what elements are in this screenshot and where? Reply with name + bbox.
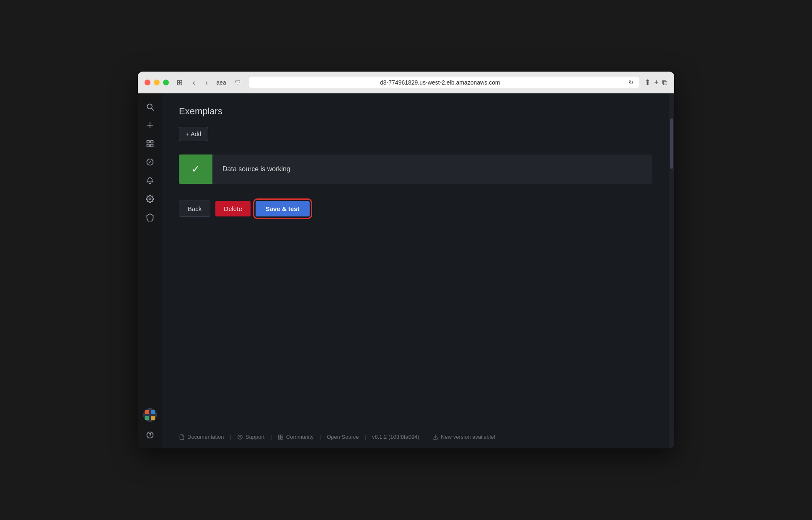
- separator-4: |: [365, 434, 366, 440]
- browser-actions: ⬆ + ⧉: [644, 78, 667, 87]
- svg-rect-5: [151, 141, 153, 143]
- address-bar[interactable]: d8-774961829.us-west-2.elb.amazonaws.com…: [249, 77, 639, 88]
- svg-rect-23: [281, 437, 283, 439]
- delete-button[interactable]: Delete: [215, 201, 250, 216]
- footer-community[interactable]: Community: [273, 434, 319, 440]
- grid-icon: [146, 139, 154, 148]
- scrollbar-track[interactable]: [669, 93, 674, 448]
- question-icon: [146, 431, 154, 439]
- new-version-label: New version available!: [441, 434, 495, 440]
- support-label: Support: [246, 434, 265, 440]
- svg-rect-22: [279, 437, 281, 439]
- status-message: Data source is working: [212, 165, 300, 173]
- svg-rect-15: [151, 416, 155, 420]
- svg-rect-14: [145, 416, 149, 420]
- share-icon[interactable]: ⬆: [644, 78, 651, 87]
- separator-1: |: [230, 434, 231, 440]
- search-icon: [146, 103, 154, 111]
- sidebar-toggle-button[interactable]: ⊞: [174, 77, 185, 88]
- site-icon: aea: [215, 77, 227, 88]
- community-icon: [278, 434, 284, 440]
- save-test-button[interactable]: Save & test: [256, 201, 310, 216]
- svg-marker-9: [149, 161, 151, 163]
- version-label: v8.1.2 (103f8fa094): [372, 434, 419, 440]
- scrollbar-thumb[interactable]: [670, 118, 673, 169]
- close-button[interactable]: [145, 80, 150, 85]
- footer-support[interactable]: Support: [232, 434, 270, 440]
- separator-3: |: [320, 434, 321, 440]
- back-button[interactable]: Back: [179, 201, 210, 217]
- sidebar-item-explore[interactable]: [142, 154, 158, 170]
- check-icon: ✓: [191, 163, 200, 175]
- footer-open-source[interactable]: Open Source: [322, 434, 364, 440]
- svg-rect-7: [151, 144, 153, 147]
- tabs-icon[interactable]: ⧉: [662, 78, 667, 87]
- app-layout: Exemplars + Add ✓ Data source is working…: [138, 93, 674, 448]
- footer-documentation[interactable]: Documentation: [179, 434, 229, 440]
- svg-rect-13: [151, 410, 155, 414]
- back-nav-button[interactable]: ‹: [190, 77, 198, 88]
- new-tab-icon[interactable]: +: [654, 78, 659, 87]
- sidebar-item-alerting[interactable]: [142, 172, 158, 189]
- avatar-icon: [143, 408, 157, 422]
- svg-point-10: [149, 198, 151, 200]
- bell-icon: [146, 176, 154, 185]
- maximize-button[interactable]: [163, 80, 169, 85]
- svg-rect-21: [281, 435, 283, 437]
- sidebar-item-dashboards[interactable]: [142, 135, 158, 152]
- sidebar-item-search[interactable]: [142, 98, 158, 115]
- compass-icon: [146, 158, 154, 166]
- sidebar-item-add[interactable]: [142, 117, 158, 134]
- download-icon: [432, 434, 438, 440]
- status-icon-box: ✓: [179, 154, 212, 184]
- footer: Documentation | Support | Community | Op…: [162, 425, 669, 448]
- footer-version: v8.1.2 (103f8fa094): [367, 434, 424, 440]
- footer-new-version[interactable]: New version available!: [427, 434, 500, 440]
- status-banner: ✓ Data source is working: [179, 154, 652, 184]
- url-text: d8-774961829.us-west-2.elb.amazonaws.com: [255, 79, 625, 86]
- shield-browser-icon: 🛡: [232, 77, 244, 88]
- main-content: Exemplars + Add ✓ Data source is working…: [162, 93, 669, 448]
- support-icon: [237, 434, 243, 440]
- action-buttons: Back Delete Save & test: [179, 201, 652, 217]
- documentation-label: Documentation: [187, 434, 224, 440]
- svg-point-17: [150, 437, 150, 438]
- svg-rect-6: [147, 144, 150, 147]
- svg-rect-20: [279, 435, 281, 437]
- open-source-label: Open Source: [327, 434, 359, 440]
- plus-icon: [146, 121, 154, 129]
- gear-icon: [146, 195, 154, 203]
- browser-chrome: ⊞ ‹ › aea 🛡 d8-774961829.us-west-2.elb.a…: [138, 72, 674, 93]
- minimize-button[interactable]: [154, 80, 160, 85]
- browser-window: ⊞ ‹ › aea 🛡 d8-774961829.us-west-2.elb.a…: [138, 72, 674, 448]
- refresh-icon[interactable]: ↻: [628, 79, 634, 86]
- separator-2: |: [270, 434, 272, 440]
- avatar: [143, 408, 157, 422]
- separator-5: |: [425, 434, 427, 440]
- forward-nav-button[interactable]: ›: [203, 77, 210, 88]
- svg-line-1: [152, 108, 154, 111]
- sidebar: [138, 93, 162, 448]
- sidebar-item-help[interactable]: [142, 427, 158, 443]
- community-label: Community: [286, 434, 314, 440]
- shield-icon: [146, 213, 154, 221]
- doc-icon: [179, 434, 185, 440]
- sidebar-item-settings[interactable]: [142, 190, 158, 207]
- add-button[interactable]: + Add: [179, 127, 208, 141]
- section-title: Exemplars: [179, 106, 652, 117]
- svg-rect-4: [147, 141, 150, 143]
- svg-rect-12: [145, 410, 149, 414]
- content-area: Exemplars + Add ✓ Data source is working…: [162, 93, 669, 425]
- svg-point-19: [240, 438, 240, 439]
- sidebar-item-shield[interactable]: [142, 209, 158, 226]
- sidebar-item-avatar[interactable]: [142, 407, 158, 423]
- traffic-lights: [145, 80, 169, 85]
